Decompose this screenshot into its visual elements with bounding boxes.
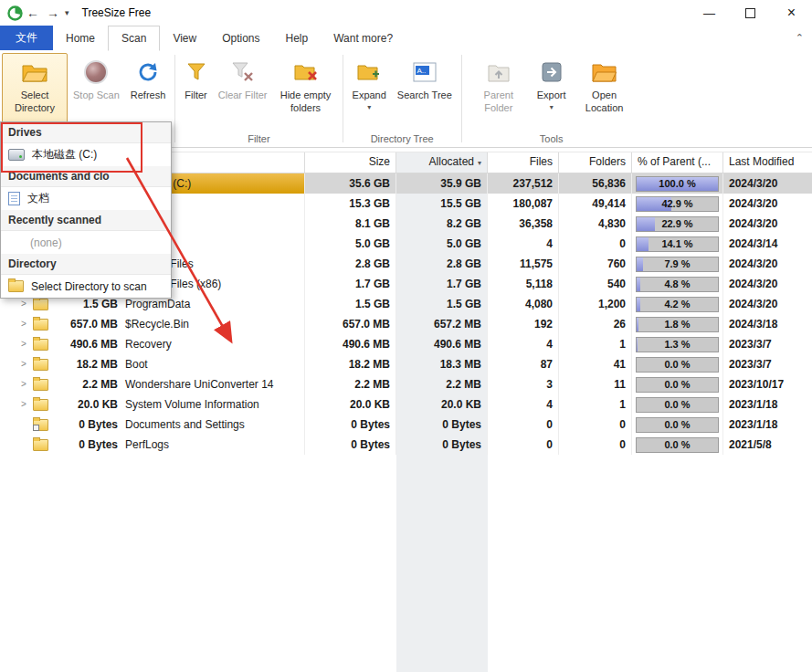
- table-row[interactable]: > 657.0 MB $Recycle.Bin 657.0 MB 657.2 M…: [0, 314, 812, 334]
- menu-item[interactable]: Select Directory to scan: [1, 275, 171, 298]
- size-column-header[interactable]: Size: [305, 152, 396, 173]
- item-name: Documents and Settings: [125, 415, 245, 435]
- close-button[interactable]: ×: [771, 0, 812, 26]
- percent-column-header[interactable]: % of Parent (...: [632, 152, 723, 173]
- modified-cell: 2024/3/20: [723, 173, 812, 194]
- modified-cell: 2024/3/20: [723, 274, 812, 294]
- tab-scan[interactable]: Scan: [108, 26, 160, 51]
- table-row[interactable]: > 2.2 MB Wondershare UniConverter 14 2.2…: [0, 374, 812, 394]
- tab-file[interactable]: 文件: [0, 26, 53, 50]
- folder-icon: [33, 359, 48, 371]
- ribbon-separator: [174, 55, 175, 142]
- allocated-cell: 20.0 KB: [396, 394, 488, 415]
- tree-cell: > 490.6 MB Recovery: [0, 334, 305, 354]
- percent-label: 100.0 %: [637, 177, 718, 191]
- percent-bar: 4.8 %: [636, 277, 719, 292]
- modified-cell: 2024/3/20: [723, 194, 812, 214]
- folders-cell: 0: [559, 415, 632, 435]
- nav-dropdown-icon[interactable]: ▾: [65, 8, 69, 17]
- parent-folder-button[interactable]: Parent Folder: [466, 53, 532, 132]
- percent-label: 0.0 %: [637, 438, 718, 452]
- tab-help[interactable]: Help: [273, 26, 322, 50]
- folders-column-header[interactable]: Folders: [559, 152, 632, 173]
- menu-item[interactable]: (none): [1, 231, 171, 254]
- group-label-tools: Tools: [466, 132, 638, 147]
- percent-cell: 100.0 %: [632, 173, 723, 194]
- minimize-button[interactable]: —: [689, 0, 730, 26]
- menu-item[interactable]: 本地磁盘 (C:): [1, 143, 171, 166]
- folders-cell: 0: [559, 435, 632, 455]
- select-directory-button[interactable]: Select Directory: [2, 53, 68, 132]
- clear-filter-icon: [232, 58, 254, 87]
- ribbon-separator: [343, 55, 343, 142]
- collapse-ribbon-icon[interactable]: ⌃: [796, 32, 804, 44]
- folders-cell: 56,836: [559, 173, 632, 194]
- item-name: $Recycle.Bin: [125, 314, 189, 334]
- folders-cell: 26: [559, 314, 632, 334]
- allocated-dropdown-icon[interactable]: ▾: [478, 159, 481, 167]
- group-label-directory-tree: Directory Tree: [347, 132, 458, 147]
- files-cell: 4,080: [488, 294, 559, 314]
- files-column-header[interactable]: Files: [488, 152, 559, 173]
- files-cell: 3: [488, 374, 559, 394]
- refresh-button[interactable]: Refresh: [125, 53, 172, 132]
- ribbon-separator: [461, 55, 462, 142]
- expand-chevron-icon[interactable]: >: [18, 314, 29, 334]
- modified-cell: 2024/3/14: [723, 234, 812, 254]
- expand-button[interactable]: Expand ▾: [347, 53, 392, 132]
- forward-icon[interactable]: →: [43, 5, 63, 20]
- percent-cell: 0.0 %: [632, 435, 723, 455]
- export-button[interactable]: Export ▾: [532, 53, 572, 132]
- open-location-button[interactable]: Open Location: [572, 53, 638, 132]
- percent-bar: 0.0 %: [636, 377, 719, 393]
- filter-label: Filter: [185, 89, 206, 102]
- stop-scan-button[interactable]: Stop Scan: [68, 53, 125, 132]
- files-cell: 237,512: [488, 173, 559, 194]
- expand-chevron-icon[interactable]: >: [18, 334, 29, 354]
- files-cell: 36,358: [488, 214, 559, 234]
- allocated-cell: 657.2 MB: [396, 314, 488, 334]
- expand-chevron-icon[interactable]: >: [18, 394, 29, 415]
- menu-item[interactable]: 文档: [1, 187, 171, 210]
- search-tree-label: Search Tree: [397, 89, 452, 102]
- expand-chevron-icon[interactable]: >: [18, 374, 29, 394]
- tab-options[interactable]: Options: [209, 26, 272, 50]
- table-row[interactable]: 0 Bytes Documents and Settings 0 Bytes 0…: [0, 415, 812, 435]
- maximize-button[interactable]: [730, 0, 771, 26]
- folders-cell: 41: [559, 354, 632, 374]
- filter-button[interactable]: Filter: [179, 53, 212, 132]
- expand-label: Expand: [353, 89, 386, 102]
- tree-size: 0 Bytes: [52, 415, 118, 435]
- hide-empty-folders-button[interactable]: Hide empty folders: [273, 53, 339, 132]
- percent-cell: 0.0 %: [632, 415, 723, 435]
- table-row[interactable]: > 18.2 MB Boot 18.2 MB 18.3 MB 87 41 0.0…: [0, 354, 812, 374]
- allocated-cell: 35.9 GB: [396, 173, 488, 194]
- allocated-column-header[interactable]: Allocated▾: [396, 152, 488, 173]
- table-row[interactable]: 0 Bytes PerfLogs 0 Bytes 0 Bytes 0 0 0.0…: [0, 435, 812, 455]
- folders-cell: 1: [559, 334, 632, 354]
- table-row[interactable]: > 20.0 KB System Volume Information 20.0…: [0, 394, 812, 415]
- window-controls: — ×: [689, 0, 812, 26]
- modified-cell: 2023/3/7: [723, 334, 812, 354]
- table-row[interactable]: > 490.6 MB Recovery 490.6 MB 490.6 MB 4 …: [0, 334, 812, 354]
- tab-home[interactable]: Home: [53, 26, 108, 50]
- clear-filter-button[interactable]: Clear Filter: [213, 53, 273, 132]
- item-name: Boot: [125, 354, 148, 374]
- tree-cell: > 657.0 MB $Recycle.Bin: [0, 314, 305, 334]
- tab-want-more[interactable]: Want more?: [321, 26, 406, 50]
- expand-chevron-icon[interactable]: >: [18, 354, 29, 374]
- size-cell: 35.6 GB: [305, 173, 396, 194]
- tab-view[interactable]: View: [160, 26, 209, 50]
- size-cell: 1.5 GB: [305, 294, 396, 314]
- modified-column-header[interactable]: Last Modified: [723, 152, 812, 173]
- search-tree-button[interactable]: A.. Search Tree: [392, 53, 458, 132]
- percent-bar: 0.0 %: [636, 437, 719, 453]
- stop-scan-icon: [84, 58, 108, 87]
- percent-bar: 100.0 %: [636, 176, 719, 192]
- window-title: TreeSize Free: [82, 6, 152, 19]
- tree-cell: 0 Bytes PerfLogs: [0, 435, 305, 455]
- back-icon[interactable]: ←: [23, 5, 43, 20]
- filter-icon: [186, 58, 206, 87]
- allocated-cell: 0 Bytes: [396, 415, 488, 435]
- modified-cell: 2023/1/18: [723, 394, 812, 415]
